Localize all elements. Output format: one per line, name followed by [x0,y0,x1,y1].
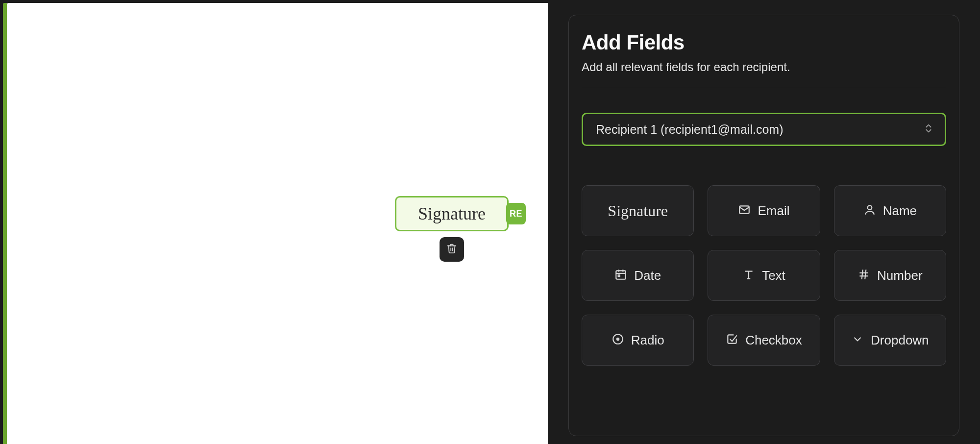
divider [582,87,946,87]
document-page[interactable]: Signature RE [7,3,548,444]
field-signature-label: Signature [608,202,668,220]
field-name-button[interactable]: Name [834,185,946,236]
svg-rect-2 [616,271,626,279]
field-type-grid: Signature Email Name [582,185,946,366]
text-icon [742,268,755,283]
chevron-down-icon [851,333,864,347]
field-name-label: Name [883,203,917,219]
trash-icon [446,243,457,256]
field-radio-label: Radio [631,333,664,348]
user-icon [863,203,876,218]
calendar-icon [614,268,627,283]
svg-point-1 [867,205,872,210]
field-date-button[interactable]: Date [582,250,694,301]
field-date-label: Date [634,268,661,283]
svg-line-12 [862,270,863,279]
recipient-selected-value: Recipient 1 (recipient1@mail.com) [596,123,783,137]
field-dropdown-button[interactable]: Dropdown [834,315,946,366]
svg-rect-6 [618,275,620,276]
svg-line-13 [865,270,866,279]
add-fields-panel: Add Fields Add all relevant fields for e… [568,15,959,436]
recipient-badge-text: RE [510,209,522,219]
field-text-button[interactable]: Text [708,250,820,301]
field-number-label: Number [877,268,922,283]
panel-title: Add Fields [582,31,946,54]
delete-field-button[interactable] [440,237,464,262]
field-email-button[interactable]: Email [708,185,820,236]
radio-icon [612,333,624,347]
field-number-button[interactable]: Number [834,250,946,301]
sidebar: Add Fields Add all relevant fields for e… [553,0,980,444]
placed-signature-label: Signature [418,203,486,224]
field-signature-button[interactable]: Signature [582,185,694,236]
document-accent-bar [3,3,7,444]
field-radio-button[interactable]: Radio [582,315,694,366]
field-checkbox-button[interactable]: Checkbox [708,315,820,366]
svg-point-15 [616,338,619,341]
field-email-label: Email [758,203,789,219]
checkbox-icon [726,333,738,347]
mail-icon [738,203,751,218]
panel-subtitle: Add all relevant fields for each recipie… [582,60,946,74]
document-canvas[interactable]: Signature RE [0,0,553,444]
field-dropdown-label: Dropdown [871,333,929,348]
recipient-select[interactable]: Recipient 1 (recipient1@mail.com) [582,113,946,146]
recipient-badge: RE [506,203,526,224]
chevron-up-down-icon [923,123,934,136]
hash-icon [858,268,870,283]
placed-signature-field[interactable]: Signature RE [395,196,509,231]
field-text-label: Text [762,268,785,283]
field-checkbox-label: Checkbox [745,333,802,348]
